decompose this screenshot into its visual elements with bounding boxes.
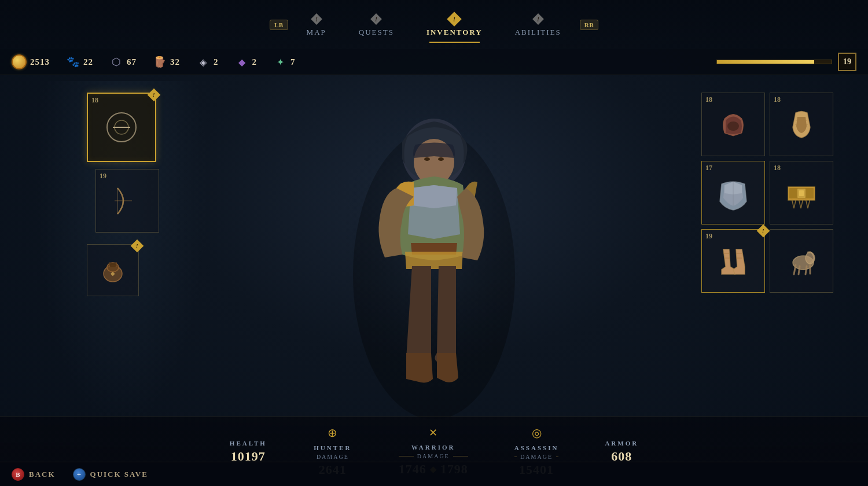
xp-bar-fill (717, 60, 814, 64)
gold-icon (12, 54, 27, 69)
crystals-icon: ✦ (273, 55, 287, 69)
bow-slot-level: 19 (100, 172, 106, 181)
horse-slot[interactable] (770, 229, 833, 293)
tab-inventory[interactable]: Inventory (413, 8, 496, 42)
crystals-resource: ✦ 7 (273, 55, 296, 69)
ore-count: 67 (127, 57, 137, 67)
armor-stat: Armor 608 (605, 440, 638, 464)
bow-item-visual (104, 178, 151, 224)
left-bumper: LB (270, 20, 288, 30)
wood-icon: 🪵 (153, 55, 167, 69)
bracer-item-visual (778, 101, 825, 148)
right-equipment-slots: 18 18 (701, 93, 833, 293)
quicksave-button[interactable]: + Quick Save (73, 468, 148, 481)
boots-slot-badge (757, 224, 770, 238)
tab-map-icon (310, 13, 323, 25)
bracer-slot-level: 18 (774, 95, 781, 104)
boots-slot[interactable]: 19 (701, 229, 765, 293)
belt-slot[interactable]: 18 (770, 161, 833, 224)
assassin-divider: Damage (514, 454, 559, 460)
level-badge: 19 (838, 53, 856, 71)
xp-area: 19 (716, 53, 856, 71)
health-stat: Health 10197 (230, 440, 267, 464)
left-equipment-slots: 18 19 (87, 93, 159, 296)
horse-item-visual (778, 238, 825, 285)
assassin-icon: ◎ (532, 426, 542, 440)
tab-map-label: Map (307, 28, 326, 37)
quicksave-label: Quick Save (90, 470, 148, 479)
ore-icon: ⬡ (109, 55, 123, 69)
obsidian-resource: ◈ 2 (196, 55, 219, 69)
assassin-label: Assassin (514, 444, 559, 451)
weapon-slot-level: 18 (91, 96, 98, 105)
tab-abilities[interactable]: Abilities (501, 8, 575, 42)
wood-resource: 🪵 32 (153, 55, 180, 69)
hunter-sublabel: Damage (317, 454, 349, 460)
xp-bar (716, 60, 832, 64)
assassin-sublabel: Damage (520, 454, 553, 460)
tab-inventory-icon (448, 13, 461, 25)
armor-label: Armor (605, 440, 638, 447)
bow-slot[interactable]: 19 (95, 169, 159, 233)
belt-slot-level: 18 (774, 164, 781, 172)
belt-item-visual (778, 170, 825, 216)
right-slots-row-2: 17 18 (701, 161, 833, 224)
pouch-slot-badge (131, 240, 144, 253)
right-bumper: RB (580, 20, 598, 30)
hunter-divider: Damage (313, 454, 352, 460)
main-content: 18 19 (0, 75, 868, 440)
bracer-slot[interactable]: 18 (770, 93, 833, 156)
weapon-slot-badge (148, 89, 161, 102)
tab-abilities-icon (532, 13, 545, 25)
gems-resource: ◆ 2 (235, 55, 258, 69)
quicksave-badge: + (73, 468, 86, 481)
pelts-count: 22 (83, 57, 93, 67)
hunter-icon: ⊕ (328, 426, 337, 440)
hood-item-visual (710, 101, 757, 148)
weapon-slot[interactable]: 18 (87, 93, 156, 162)
boots-slot-level: 19 (705, 232, 712, 241)
back-label: Back (29, 470, 56, 479)
svg-text:◆: ◆ (111, 270, 115, 277)
chest-slot-level: 17 (705, 164, 712, 172)
gems-icon: ◆ (235, 55, 249, 69)
hood-slot-level: 18 (705, 95, 712, 104)
gold-resource: 2513 (12, 54, 50, 69)
gold-count: 2513 (30, 57, 50, 67)
gems-count: 2 (252, 57, 258, 67)
ore-resource: ⬡ 67 (109, 55, 137, 69)
pouch-slot[interactable]: ◆ (87, 244, 139, 296)
right-slots-row-3: 19 (701, 229, 833, 293)
warrior-divider: Damage (399, 453, 468, 459)
tab-quests-label: Quests (359, 28, 394, 37)
warrior-sublabel: Damage (417, 453, 450, 459)
character-display (289, 75, 579, 440)
svg-point-12 (424, 157, 430, 161)
weapon-item-visual (97, 102, 147, 153)
chest-item-visual (710, 170, 757, 216)
pelts-icon: 🐾 (66, 55, 80, 69)
svg-rect-20 (799, 190, 804, 196)
chest-slot[interactable]: 17 (701, 161, 765, 224)
resources-bar: 2513 🐾 22 ⬡ 67 🪵 32 ◈ 2 ◆ 2 ✦ 7 19 (0, 49, 868, 75)
tab-abilities-label: Abilities (515, 28, 561, 37)
svg-point-13 (438, 157, 444, 161)
action-bar: B Back + Quick Save (0, 462, 868, 486)
hood-slot[interactable]: 18 (701, 93, 765, 156)
nav-tabs-container: LB Map Quests Inventory Abilities R (270, 8, 598, 42)
pouch-item-visual: ◆ (94, 251, 132, 289)
tab-map[interactable]: Map (293, 8, 340, 42)
obsidian-icon: ◈ (196, 55, 210, 69)
tab-inventory-label: Inventory (426, 28, 483, 37)
warrior-label: Warrior (411, 444, 455, 451)
back-badge: B (12, 468, 24, 481)
tab-quests-icon (370, 13, 382, 25)
top-navigation: LB Map Quests Inventory Abilities R (0, 0, 868, 49)
back-button[interactable]: B Back (12, 468, 56, 481)
obsidian-count: 2 (214, 57, 219, 67)
crystals-count: 7 (290, 57, 296, 67)
wood-count: 32 (170, 57, 180, 67)
tab-quests[interactable]: Quests (345, 8, 408, 42)
svg-point-26 (806, 252, 815, 264)
character-silhouette (312, 90, 556, 425)
